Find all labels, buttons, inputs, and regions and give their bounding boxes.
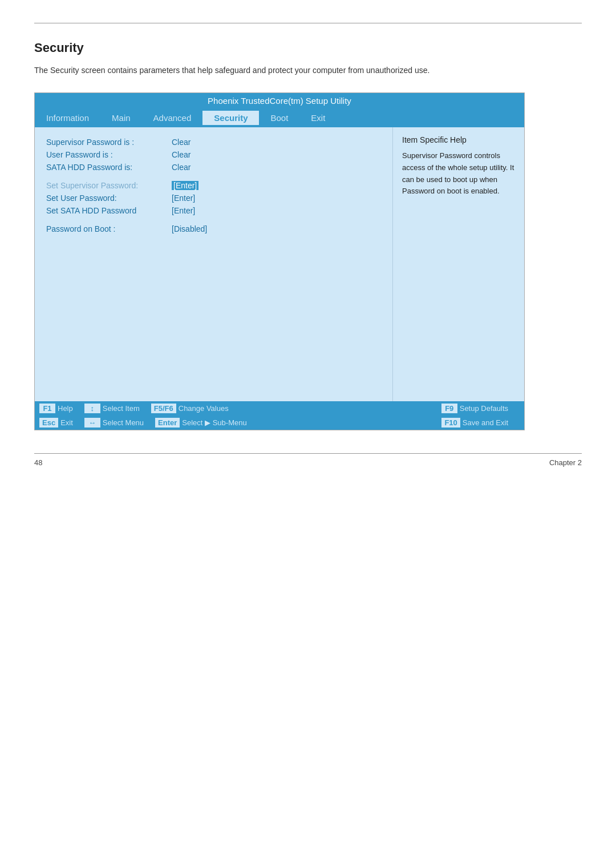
page-title: Security [34,41,582,55]
label-select-submenu: Select ▶ Sub-Menu [182,418,246,427]
menu-item-main[interactable]: Main [100,111,142,125]
bios-container: Phoenix TrustedCore(tm) Setup Utility In… [34,92,525,430]
label-password-on-boot: Password on Boot : [46,224,172,233]
label-help: Help [58,404,73,413]
menu-item-security[interactable]: Security [202,111,259,125]
menu-item-boot[interactable]: Boot [259,111,299,125]
value-supervisor-password-is: Clear [172,138,191,147]
label-sata-hdd-password-is: SATA HDD Password is: [46,163,172,172]
key-f9: F9 [441,404,457,413]
label-setup-defaults: Setup Defaults [460,404,508,413]
label-supervisor-password-is: Supervisor Password is : [46,138,172,147]
row-supervisor-password-is: Supervisor Password is : Clear [46,138,381,147]
label-select-menu: Select Menu [103,418,144,427]
bios-right-panel: Item Specific Help Supervisor Password c… [393,127,524,401]
value-user-password-is: Clear [172,150,191,159]
menu-item-advanced[interactable]: Advanced [142,111,203,125]
label-save-and-exit: Save and Exit [463,418,508,427]
key-updown: ↕ [84,404,100,413]
label-change-values: Change Values [179,404,229,413]
value-sata-hdd-password-is: Clear [172,163,191,172]
label-set-user-password: Set User Password: [46,193,172,203]
row-password-on-boot[interactable]: Password on Boot : [Disabled] [46,224,381,233]
item-specific-help-title: Item Specific Help [402,135,515,144]
key-f1: F1 [39,404,55,413]
footer-page-number: 48 [34,458,42,467]
item-specific-help-text: Supervisor Password controls access of t… [402,150,515,197]
label-set-sata-hdd-password: Set SATA HDD Password [46,206,172,215]
value-set-supervisor-password: [Enter] [172,181,198,190]
page-description: The Security screen contains parameters … [34,64,479,76]
value-set-sata-hdd-password: [Enter] [172,206,195,215]
row-set-sata-hdd-password[interactable]: Set SATA HDD Password [Enter] [46,206,381,215]
bios-body: Supervisor Password is : Clear User Pass… [35,127,524,401]
row-set-supervisor-password[interactable]: Set Supervisor Password: [Enter] [46,181,381,190]
bios-left-panel: Supervisor Password is : Clear User Pass… [35,127,393,401]
key-f10: F10 [441,418,460,428]
label-select-item: Select Item [103,404,140,413]
bottom-rule: 48 Chapter 2 [34,453,582,467]
menu-item-exit[interactable]: Exit [299,111,337,125]
bios-menu-bar: Information Main Advanced Security Boot … [35,108,524,127]
key-esc: Esc [39,418,58,428]
label-set-supervisor-password: Set Supervisor Password: [46,181,172,190]
footer-chapter: Chapter 2 [549,458,582,467]
key-enter: Enter [155,418,180,428]
top-rule [34,23,582,23]
row-sata-hdd-password-is: SATA HDD Password is: Clear [46,163,381,172]
value-set-user-password: [Enter] [172,193,195,203]
label-exit: Exit [60,418,73,427]
label-user-password-is: User Password is : [46,150,172,159]
bios-title-bar: Phoenix TrustedCore(tm) Setup Utility [35,93,524,108]
row-user-password-is: User Password is : Clear [46,150,381,159]
value-password-on-boot: [Disabled] [172,224,207,233]
status-bar-row2: Esc Exit ↔ Select Menu Enter Select ▶ Su… [35,416,524,430]
key-leftright: ↔ [84,418,100,428]
menu-item-information[interactable]: Information [35,111,100,125]
row-set-user-password[interactable]: Set User Password: [Enter] [46,193,381,203]
status-bar-row1: F1 Help ↕ Select Item F5/F6 Change Value… [35,401,524,416]
key-f5f6: F5/F6 [151,404,176,413]
